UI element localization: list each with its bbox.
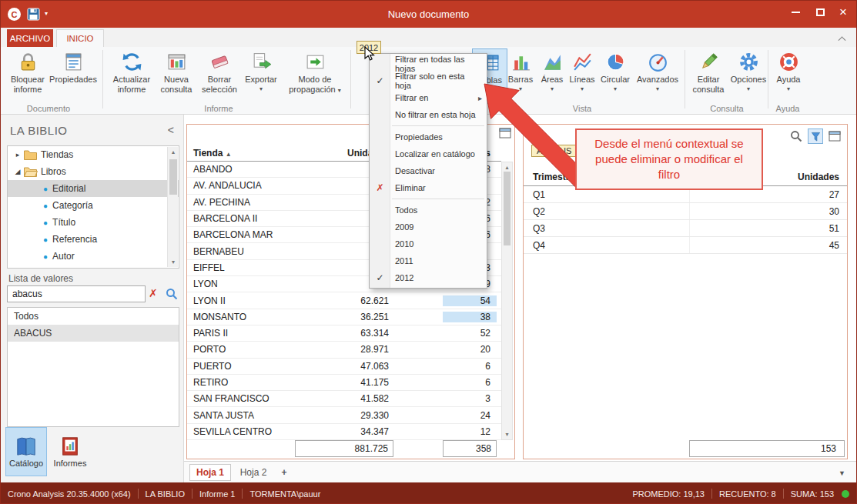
tree-item-autor[interactable]: ● Autor <box>8 248 179 265</box>
tree-scrollbar[interactable]: ▴ ▾ <box>167 147 178 267</box>
sheet-tab-hoja1[interactable]: Hoja 1 <box>189 464 231 481</box>
status-model: LA BIBLIO <box>146 489 185 499</box>
check-icon: ✓ <box>373 75 387 86</box>
table-row[interactable]: Q230 <box>524 203 847 220</box>
refresh-icon <box>121 51 143 73</box>
nueva-consulta-button[interactable]: Nueva consulta <box>156 48 196 104</box>
status-app-version: Crono Analysis 20.35.4000 (x64) <box>8 489 131 499</box>
close-button[interactable]: × <box>832 1 855 23</box>
menu-item-2011[interactable]: 2011 <box>370 252 487 269</box>
life-ring-icon <box>778 51 800 73</box>
propiedades-button[interactable]: Propiedades <box>52 48 95 104</box>
tree-item-titulo[interactable]: ● Título <box>8 214 179 231</box>
clear-filter-icon[interactable]: ✗ <box>149 287 158 299</box>
tree-item-libros[interactable]: ◢ Libros <box>8 163 179 180</box>
status-recuento: RECUENTO: 8 <box>719 489 776 499</box>
collapse-ribbon-icon[interactable] <box>839 35 847 43</box>
values-search-input[interactable] <box>7 285 146 302</box>
annotation-note: Desde el menú contextual se puede elimin… <box>575 129 763 190</box>
tab-archivo[interactable]: ARCHIVO <box>7 29 53 47</box>
scroll-up-icon[interactable]: ▴ <box>168 149 179 155</box>
folder-open-icon <box>23 165 38 178</box>
table-row[interactable]: PUERTO47.0636 <box>187 359 501 375</box>
opciones-button[interactable]: Opciones ▾ <box>731 48 766 104</box>
scroll-down-icon[interactable]: ▾ <box>502 431 512 438</box>
table-scrollbar[interactable]: ▴ ▾ <box>501 162 513 440</box>
zoom-icon[interactable] <box>790 130 802 142</box>
minimize-button[interactable] <box>784 1 807 23</box>
values-list: Todos ABACUS <box>7 307 179 427</box>
scroll-down-icon[interactable]: ▾ <box>168 259 179 265</box>
table-row[interactable]: MONSANTO36.25138 <box>187 309 501 325</box>
dropdown-caret-icon: ▾ <box>747 86 750 92</box>
search-icon[interactable] <box>166 288 178 300</box>
menu-item-2009[interactable]: 2009 <box>370 219 487 235</box>
table-row[interactable]: RETIRO41.1756 <box>187 375 501 391</box>
tree-item-editorial[interactable]: ● Editorial <box>8 180 179 197</box>
filter-active-button[interactable] <box>808 129 823 144</box>
table-row[interactable]: SANTA JUSTA29.33024 <box>187 407 501 423</box>
app-window: C ▾ Nuevo documento × ARCHIVO INICIO Blo… <box>0 0 857 504</box>
column-header-tienda[interactable]: Tienda ▲ <box>187 148 295 159</box>
panel-toolbar <box>790 129 841 144</box>
nav-catalogo[interactable]: Catálogo <box>5 427 47 476</box>
borrar-seleccion-button[interactable]: Borrar selección <box>199 48 240 104</box>
catalog-book-icon <box>15 436 38 457</box>
actualizar-informe-button[interactable]: Actualizar informe <box>110 48 153 104</box>
connection-status-icon <box>842 490 849 498</box>
value-item-abacus[interactable]: ABACUS <box>8 325 179 342</box>
total-unidades: 153 <box>689 440 845 457</box>
reports-icon <box>59 436 81 457</box>
table-row[interactable]: Q445 <box>524 237 847 254</box>
new-query-table-icon <box>166 51 188 73</box>
tree-item-ano-publicacion[interactable]: ● Año publicación <box>8 265 179 269</box>
folder-icon <box>23 149 38 161</box>
tree-expand-icon[interactable]: ◢ <box>12 168 23 175</box>
tree-item-tiendas[interactable]: ▸ Tiendas <box>8 146 179 163</box>
filter-icon <box>811 132 821 142</box>
maximize-panel-icon[interactable] <box>829 131 841 142</box>
ayuda-button[interactable]: Ayuda ▾ <box>771 48 806 104</box>
sheet-tab-hoja2[interactable]: Hoja 2 <box>233 464 273 481</box>
values-list-label: Lista de valores <box>8 273 73 284</box>
properties-icon <box>62 51 85 73</box>
tree-item-categoria[interactable]: ● Categoría <box>8 197 179 214</box>
table-row[interactable]: LYON II62.62154 <box>187 292 501 309</box>
bloquear-informe-button[interactable]: Bloquear informe <box>5 48 50 104</box>
modo-propagacion-button[interactable]: Modo de propagación ▾ <box>283 48 347 104</box>
editar-consulta-button[interactable]: Editar consulta <box>688 48 729 104</box>
avanzados-button[interactable]: Avanzados ▾ <box>634 48 681 104</box>
menu-item-todos[interactable]: Todos <box>370 202 487 219</box>
group-label-ayuda: Ayuda <box>749 104 826 113</box>
tab-inicio[interactable]: INICIO <box>56 29 104 47</box>
scrollbar-thumb[interactable] <box>169 159 177 195</box>
sheet-tab-bar: Hoja 1 Hoja 2 + ▼ <box>184 461 856 482</box>
maximize-button[interactable] <box>808 1 832 23</box>
dropdown-caret-icon: ▾ <box>614 86 617 92</box>
ribbon-tab-row: ARCHIVO INICIO <box>1 28 856 47</box>
field-bullet-icon: ● <box>43 185 48 193</box>
table-row[interactable]: Q351 <box>524 220 847 237</box>
status-user: TORMENTA\pauur <box>249 489 320 499</box>
tree-item-referencia[interactable]: ● Referencia <box>8 231 179 248</box>
table-row[interactable]: PORTO28.97120 <box>187 342 501 358</box>
tree-expand-icon[interactable]: ▸ <box>12 151 23 159</box>
table-row[interactable]: SAN FRANCISCO41.5823 <box>187 391 501 407</box>
table-row[interactable]: PARIS II63.31452 <box>187 325 501 342</box>
group-label-informe: Informe <box>180 104 257 113</box>
sheet-list-dropdown-icon[interactable]: ▼ <box>839 469 845 477</box>
menu-item-2012[interactable]: ✓2012 <box>370 269 487 286</box>
field-bullet-icon: ● <box>43 235 48 244</box>
title-bar: C ▾ Nuevo documento × <box>1 1 856 28</box>
collapse-panel-button[interactable]: < <box>168 124 174 136</box>
check-icon: ✓ <box>373 272 387 283</box>
exportar-button[interactable]: Exportar ▾ <box>242 48 280 104</box>
table-row[interactable]: SEVILLA CENTRO34.34712 <box>187 424 501 440</box>
nav-informes[interactable]: Informes <box>50 427 90 476</box>
value-item-todos[interactable]: Todos <box>8 308 179 325</box>
catalog-sidebar: LA BIBLIO < ▸ Tiendas ◢ Libros ● Edito <box>1 115 184 482</box>
menu-item-2010[interactable]: 2010 <box>370 235 487 252</box>
ribbon-separator <box>350 50 351 108</box>
add-sheet-button[interactable]: + <box>276 464 292 481</box>
ribbon-separator <box>768 50 768 108</box>
